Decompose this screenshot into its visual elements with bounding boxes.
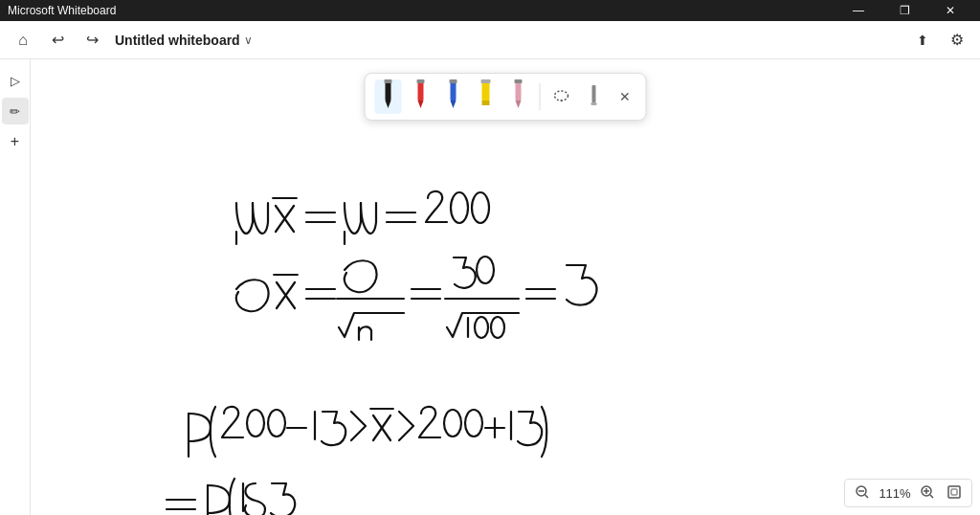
pink-pen-button[interactable] [505, 79, 532, 114]
restore-button[interactable]: ❐ [882, 0, 926, 21]
add-icon: + [11, 133, 19, 150]
appbar: ⌂ ↩ ↪ Untitled whiteboard ∨ ⬆ ⚙ [0, 21, 980, 59]
settings-button[interactable]: ⚙ [942, 25, 972, 56]
math-content [88, 112, 758, 515]
fit-to-screen-button[interactable] [943, 481, 966, 504]
svg-rect-9 [482, 81, 490, 101]
window-controls: — ❐ ✕ [836, 0, 972, 21]
svg-marker-4 [418, 101, 424, 108]
zoom-in-button[interactable] [916, 481, 939, 504]
undo-button[interactable]: ↩ [42, 25, 73, 56]
svg-rect-11 [481, 79, 491, 83]
select-icon: ▷ [11, 74, 20, 88]
home-button[interactable]: ⌂ [8, 25, 38, 56]
svg-point-45 [465, 410, 482, 437]
svg-point-39 [247, 410, 264, 437]
whiteboard-title-area[interactable]: Untitled whiteboard ∨ [115, 33, 253, 48]
add-tool[interactable]: + [2, 128, 29, 155]
pen-icon: ✏ [10, 104, 20, 119]
svg-rect-14 [515, 79, 523, 83]
zoombar: 111% [844, 479, 972, 507]
svg-point-15 [555, 91, 568, 101]
undo-icon: ↩ [52, 31, 64, 49]
zoom-out-icon [855, 484, 870, 503]
svg-point-35 [475, 317, 488, 338]
select-tool[interactable]: ▷ [2, 67, 29, 94]
svg-rect-6 [451, 81, 457, 101]
svg-point-16 [561, 100, 563, 101]
black-pen-button[interactable] [375, 79, 402, 114]
lasso-icon [553, 87, 570, 107]
svg-rect-59 [948, 486, 960, 498]
settings-icon: ⚙ [950, 31, 964, 49]
appbar-right: ⬆ ⚙ [907, 25, 972, 56]
fit-icon [947, 484, 962, 503]
share-icon: ⬆ [917, 33, 928, 48]
canvas-area[interactable]: ✕ [31, 59, 980, 515]
eraser-icon [587, 85, 602, 109]
svg-rect-10 [482, 101, 490, 105]
svg-rect-5 [417, 79, 425, 83]
whiteboard-title: Untitled whiteboard [115, 33, 240, 48]
red-pen-button[interactable] [408, 79, 434, 114]
sidebar: ▷ ✏ + [0, 59, 31, 515]
yellow-highlighter-button[interactable] [473, 79, 500, 114]
svg-point-24 [451, 192, 468, 223]
svg-rect-8 [450, 79, 457, 83]
zoom-level: 111% [878, 486, 912, 501]
close-icon: ✕ [619, 89, 631, 104]
svg-point-40 [268, 410, 285, 437]
zoom-in-icon [920, 484, 935, 503]
eraser-button[interactable] [581, 83, 608, 110]
svg-point-32 [477, 257, 494, 283]
svg-line-58 [930, 495, 933, 498]
svg-point-36 [491, 317, 504, 338]
blue-pen-button[interactable] [440, 79, 467, 114]
app-title: Microsoft Whiteboard [8, 4, 116, 17]
pen-tool[interactable]: ✏ [2, 98, 29, 124]
pen-toolbar: ✕ [365, 73, 647, 121]
svg-rect-60 [951, 489, 957, 495]
minimize-button[interactable]: — [836, 0, 880, 21]
svg-rect-12 [516, 81, 522, 101]
svg-point-44 [444, 410, 461, 437]
svg-marker-13 [516, 101, 522, 108]
title-chevron-icon: ∨ [244, 34, 253, 47]
svg-marker-7 [451, 101, 457, 108]
home-icon: ⌂ [18, 32, 28, 49]
svg-point-25 [472, 192, 489, 223]
svg-rect-2 [385, 79, 392, 83]
pen-toolbar-close-button[interactable]: ✕ [613, 85, 636, 108]
close-button[interactable]: ✕ [928, 0, 972, 21]
svg-rect-3 [418, 81, 424, 101]
svg-rect-18 [591, 102, 597, 105]
share-button[interactable]: ⬆ [907, 25, 938, 56]
svg-line-54 [865, 495, 868, 498]
svg-rect-17 [592, 85, 596, 102]
pen-divider [540, 83, 541, 110]
zoom-out-button[interactable] [851, 481, 874, 504]
svg-marker-1 [386, 101, 391, 108]
redo-icon: ↪ [86, 31, 99, 49]
redo-button[interactable]: ↪ [77, 25, 107, 56]
lasso-button[interactable] [548, 83, 575, 110]
svg-rect-0 [386, 81, 391, 101]
titlebar: Microsoft Whiteboard — ❐ ✕ [0, 0, 980, 21]
